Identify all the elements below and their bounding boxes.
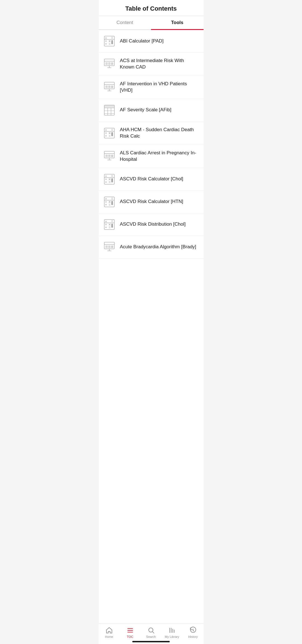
- grid-icon: [103, 104, 115, 116]
- nav-toc-label: TOC: [127, 635, 133, 638]
- svg-rect-108: [111, 224, 113, 228]
- item-label: AF Severity Scale [AFib]: [120, 107, 199, 113]
- svg-rect-114: [108, 246, 110, 247]
- list-item[interactable]: AHA HCM - Sudden Cardiac Death Risk Calc: [99, 122, 204, 145]
- item-label: ACS at Intermediate Risk With Known CAD: [120, 58, 199, 70]
- library-icon: [168, 627, 176, 634]
- calculator-icon: [103, 218, 115, 231]
- svg-rect-14: [111, 40, 113, 44]
- item-label: ASCVD Risk Calculator [Chol]: [120, 176, 199, 182]
- list-item[interactable]: Acute Bradycardia Algorithm [Brady]: [99, 236, 204, 259]
- svg-rect-62: [108, 156, 110, 157]
- item-label: ASCVD Risk Distribution [Chol]: [120, 221, 199, 228]
- list-item[interactable]: ACS at Intermediate Risk With Known CAD: [99, 53, 204, 76]
- item-label: AHA HCM - Sudden Cardiac Death Risk Calc: [120, 127, 199, 140]
- svg-rect-116: [108, 247, 110, 248]
- list-item[interactable]: ASCVD Risk Calculator [Chol]: [99, 168, 204, 191]
- svg-rect-117: [111, 246, 113, 248]
- item-label: ASCVD Risk Calculator [HTN]: [120, 199, 199, 205]
- svg-rect-113: [105, 246, 108, 247]
- search-icon: [147, 627, 155, 634]
- table-icon: [103, 58, 115, 70]
- list-item[interactable]: ABI Calculator [PAD]: [99, 30, 204, 53]
- table-icon: [103, 81, 115, 93]
- svg-rect-78: [111, 178, 113, 182]
- nav-toc[interactable]: TOC: [122, 627, 138, 638]
- table-icon: [103, 150, 115, 162]
- item-label: ABI Calculator [PAD]: [120, 38, 199, 44]
- list-item[interactable]: ASCVD Risk Calculator [HTN]: [99, 191, 204, 213]
- calculator-icon: [103, 127, 115, 139]
- history-icon: [189, 627, 197, 634]
- nav-search[interactable]: Search: [143, 627, 159, 638]
- calculator-icon: [103, 173, 115, 185]
- svg-rect-20: [108, 62, 110, 64]
- svg-rect-61: [105, 156, 108, 157]
- calculator-icon: [103, 35, 115, 47]
- svg-rect-30: [105, 87, 108, 88]
- home-icon: [105, 627, 113, 634]
- nav-search-label: Search: [146, 635, 156, 638]
- nav-home[interactable]: Home: [101, 627, 117, 638]
- item-label: AF Intervention in VHD Patients [VHD]: [120, 81, 199, 94]
- svg-line-122: [152, 632, 154, 633]
- list-item[interactable]: ALS Cardiac Arrest in Pregnancy In-Hospi…: [99, 145, 204, 168]
- svg-rect-19: [105, 62, 108, 64]
- list-item[interactable]: AF Severity Scale [AFib]: [99, 99, 204, 122]
- item-label: Acute Bradycardia Algorithm [Brady]: [120, 244, 199, 250]
- svg-rect-32: [111, 86, 113, 88]
- svg-rect-60: [108, 155, 110, 156]
- header: Table of Contents: [99, 0, 204, 16]
- nav-home-label: Home: [105, 635, 113, 638]
- svg-rect-54: [111, 132, 113, 136]
- tab-tools[interactable]: Tools: [151, 16, 204, 29]
- svg-point-121: [148, 628, 153, 632]
- nav-history-label: History: [188, 635, 198, 638]
- home-indicator: [132, 641, 170, 642]
- tab-content[interactable]: Content: [99, 16, 151, 29]
- list-item[interactable]: ASCVD Risk Distribution [Chol]: [99, 213, 204, 236]
- svg-rect-59: [105, 155, 108, 156]
- svg-rect-23: [111, 62, 113, 65]
- svg-rect-115: [105, 247, 108, 248]
- item-label: ALS Cardiac Arrest in Pregnancy In-Hospi…: [120, 150, 199, 163]
- tab-bar: Content Tools: [99, 16, 204, 30]
- svg-rect-63: [111, 155, 113, 157]
- svg-rect-22: [108, 64, 110, 65]
- calculator-icon: [103, 196, 115, 208]
- nav-history[interactable]: History: [185, 627, 201, 638]
- nav-library[interactable]: My Library: [164, 627, 180, 638]
- svg-rect-31: [108, 87, 110, 88]
- tools-list: ABI Calculator [PAD] ACS at Intermediate…: [99, 30, 204, 644]
- svg-rect-21: [105, 64, 108, 65]
- toc-icon: [126, 627, 134, 634]
- nav-library-label: My Library: [165, 635, 179, 638]
- svg-rect-29: [108, 86, 110, 87]
- page-title: Table of Contents: [125, 5, 177, 12]
- list-item[interactable]: AF Intervention in VHD Patients [VHD]: [99, 76, 204, 99]
- svg-rect-93: [111, 201, 113, 205]
- svg-rect-34: [104, 105, 114, 108]
- table-icon: [103, 241, 115, 253]
- svg-rect-28: [105, 86, 108, 87]
